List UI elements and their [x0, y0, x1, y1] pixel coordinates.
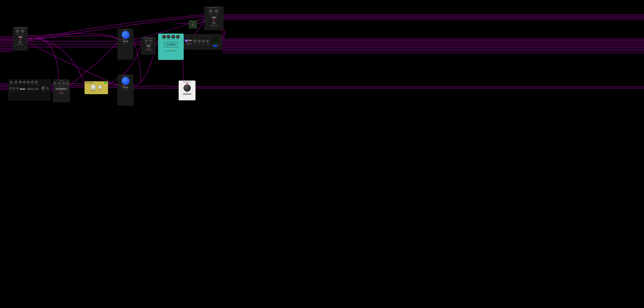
rk-knob-compress[interactable]: [58, 82, 61, 85]
xfade-tl-knob2[interactable]: [21, 29, 25, 33]
xfade-mid-pedal: S-Fade Overlay 2.1, +12 SIGNAL A/B SHAPE…: [141, 37, 156, 55]
filta-bottom-pedal: FREQUENCY → INPUT OUTPUT → FILTA OPERAV: [118, 75, 134, 106]
delay-knob-feedback[interactable]: [31, 81, 34, 84]
xfade-mid-title: S-Fade Overlay 2.1, +12: [142, 38, 156, 38]
filta-top-subtitle: OPERAV: [122, 43, 128, 44]
filta-top-led: [122, 39, 123, 40]
xfade-tl-label: Stereo X-Fade: [17, 44, 24, 45]
rakarrack-badge: RAKARRACK: [55, 88, 68, 90]
rk-knob-mix[interactable]: [66, 82, 69, 85]
xfade-tr-k2-label: SHAPE: [214, 14, 219, 15]
rakarrack-label: Distortion: [59, 92, 64, 94]
xfade-tl-led: [20, 39, 21, 40]
rmpro-pedal: M RMPro PROFILE Master Shine BASS TREBLE…: [184, 34, 222, 50]
pp-knob-freq[interactable]: [91, 85, 96, 90]
bollie-brand-label: Bollie: [20, 88, 26, 90]
rmpro-profile-value[interactable]: Master Shine: [185, 43, 192, 45]
delay-knob-crtempo[interactable]: [46, 87, 49, 90]
caps-knob-damping[interactable]: [166, 35, 170, 39]
xfade-tr-pedal: S-Fade Overlay 2.1, +12 SIGNAL A/B SHAPE…: [204, 6, 224, 30]
xfade-tl-title: S-Fade Overlay 2.1, +12: [14, 27, 27, 28]
xfade-tl-knob1-label: SIGNAL A/B: [16, 34, 20, 35]
xfade-tr-knob1[interactable]: [209, 9, 213, 14]
delay-knob-crossfeed[interactable]: [35, 81, 38, 84]
caps-knob-mix[interactable]: [176, 35, 180, 39]
xfade-mid-knob1[interactable]: [145, 39, 148, 42]
xfade-tr-badge: x42: [212, 16, 216, 19]
rk-knob-drive[interactable]: [62, 82, 65, 85]
xfade-mid-label: Stereo X-Fade: [145, 49, 152, 50]
xfade-mid-k1-label: SIGNAL A/B: [144, 43, 148, 44]
ping-pong-toggle[interactable]: [104, 82, 107, 84]
caps-reverb-pedal: DECAY DAMPING COMPRESS MIX CAPS Stereo P…: [158, 34, 184, 60]
rakarrack-led: [61, 91, 62, 92]
ping-pong-pedal: Ping Pong Pan Frequency Width: [84, 81, 108, 94]
filta-bottom-logo: FILTA: [123, 86, 128, 88]
xfade-mid-led: [148, 48, 149, 49]
filta-top-knob[interactable]: [122, 31, 130, 39]
xfade-tl-knob1[interactable]: [16, 29, 20, 33]
xfade-pedal-tl: S-Fade Overlay 2.1, +12 SIGNAL A/B SHAPE…: [13, 27, 28, 50]
control-cv-label: CONTROL TO CV: [183, 82, 192, 82]
bollie-delay-pedal: TEMPO/MODE USER TEMPO DRY L DRY R BLEND: [8, 79, 51, 101]
filta-top-logo: FILTA: [123, 40, 128, 42]
cv-slider[interactable]: [183, 94, 192, 95]
pp-width-label: Width: [98, 90, 102, 91]
delay-knob-usertempo[interactable]: [14, 81, 18, 84]
delay-knob-bypass[interactable]: [41, 86, 46, 90]
filta-bottom-knob[interactable]: [122, 77, 130, 85]
xfade-tl-knob2-label: SHAPE: [21, 34, 25, 35]
delay-knob-revdir[interactable]: [16, 87, 19, 90]
cv-led-red2: [188, 83, 188, 84]
delay-knob-dryl[interactable]: [19, 81, 22, 84]
nf-filter-pedal: nf: [189, 20, 197, 28]
pp-freq-label: Frequency: [91, 90, 96, 92]
caps-led: [170, 49, 172, 50]
rmpro-title: RMPro: [188, 40, 192, 41]
control-cv-pedal: CONTROL TO CV MOD: [178, 80, 196, 100]
rmpro-knob-bass[interactable]: [193, 40, 197, 43]
delay-knob-blend[interactable]: [27, 81, 30, 84]
xfade-tr-led: [214, 20, 214, 21]
cv-knob[interactable]: [184, 84, 191, 92]
xfade-mid-k2-label: SHAPE: [149, 43, 152, 44]
filta-top-freq-label: FREQUENCY: [122, 30, 129, 30]
cv-led-red: [186, 83, 187, 84]
ping-pong-title: Ping Pong Pan: [86, 82, 94, 84]
filta-bottom-freq-label: FREQUENCY: [122, 76, 129, 76]
delay-knob-lcfon[interactable]: [10, 87, 12, 90]
xfade-tr-label: Stereo X-Fade: [210, 26, 217, 26]
delay-label: DELAY: [27, 87, 39, 91]
rmpro-knob-ceiling[interactable]: [206, 40, 210, 43]
rakarrack-pedal: Armagaur LEVEL COMPRESS DRIVE MIX RAKARR…: [53, 79, 70, 102]
rmpro-knob-treble[interactable]: [198, 40, 201, 43]
rmpro-toggle[interactable]: [213, 45, 218, 47]
xfade-mid-knob2[interactable]: [149, 39, 152, 42]
xfade-mid-badge: x42: [146, 45, 151, 47]
rmpro-profile-label: PROFILE: [187, 42, 191, 43]
caps-knob-decay[interactable]: [162, 35, 166, 39]
xfade-tr-k1-label: SIGNAL A/B: [209, 14, 213, 15]
caps-knob-compress[interactable]: [171, 35, 175, 39]
xfade-tl-knob3[interactable]: [19, 40, 22, 44]
rk-knob-level[interactable]: [54, 82, 57, 85]
delay-knob-hcfon[interactable]: [13, 87, 16, 90]
filta-bottom-led: [122, 85, 123, 86]
xfade-tr-knob3[interactable]: [212, 21, 216, 25]
rakarrack-title-label: Armagaur: [54, 80, 69, 81]
xfade-tr-knob2[interactable]: [214, 9, 219, 14]
pp-knob-width[interactable]: [98, 86, 102, 89]
rmpro-knob-drive[interactable]: [202, 40, 205, 43]
filta-top-pedal: FREQUENCY → INPUT OUTPUT → FILTA OPERAV: [118, 29, 134, 60]
xfade-tl-badge: x42: [18, 36, 23, 38]
caps-brand-label: CAPS: [166, 43, 176, 46]
xfade-tr-title: S-Fade Overlay 2.1, +12: [205, 7, 223, 8]
nf-label: nf: [192, 22, 194, 23]
filta-bottom-subtitle: OPERAV: [122, 89, 128, 90]
delay-knob-dryr[interactable]: [23, 81, 26, 84]
rmpro-stereo-label: STEREO IMAGE: [212, 44, 218, 45]
control-cv-brand: MOD: [186, 92, 188, 93]
caps-reverb-label: Stereo Plate Reverb: [165, 50, 176, 52]
nf-knob[interactable]: [192, 24, 195, 27]
delay-knob-tempo[interactable]: [10, 81, 13, 84]
